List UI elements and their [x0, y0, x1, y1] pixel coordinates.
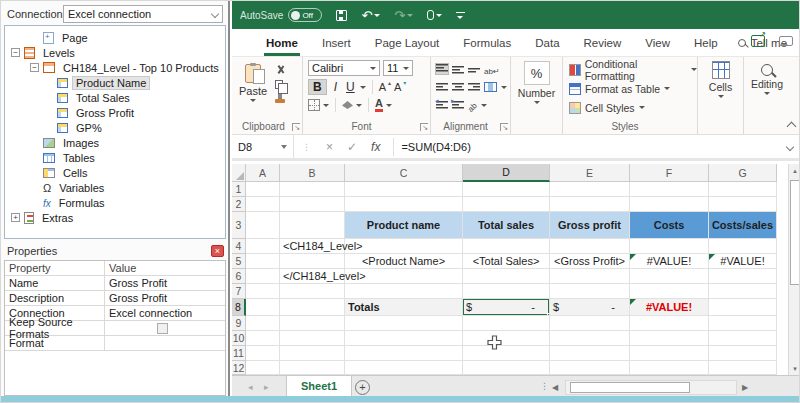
underline-button[interactable]: U	[344, 80, 357, 94]
grid-cell-A11[interactable]	[246, 346, 280, 361]
scroll-right-icon[interactable]: ▶	[742, 383, 748, 392]
conditional-formatting-button[interactable]: Conditional Formatting	[569, 60, 697, 79]
grid-cell-B4[interactable]: <CH184_Level>	[280, 239, 345, 254]
property-row-format[interactable]: Format	[5, 336, 225, 351]
grid-cell-D2[interactable]	[463, 197, 550, 212]
grid-cell-E2[interactable]	[550, 197, 630, 212]
row-header-5[interactable]: 5	[232, 254, 246, 269]
grid-cell-C9[interactable]	[345, 316, 463, 331]
grid-cell-B6[interactable]: </CH184_Level>	[280, 269, 345, 284]
grid-cell-G8[interactable]	[709, 299, 777, 316]
grid-cell-D4[interactable]	[463, 239, 550, 254]
row-header-4[interactable]: 4	[232, 239, 246, 254]
close-icon[interactable]: ×	[211, 245, 224, 257]
grid-cell-G7[interactable]	[709, 284, 777, 299]
grid-cell-F5[interactable]: #VALUE!	[630, 254, 709, 269]
grid-cell-G12[interactable]	[709, 361, 777, 375]
grid-cell-B3[interactable]	[280, 212, 345, 239]
grid-cell-D8[interactable]: $-	[463, 299, 550, 316]
decrease-indent-icon[interactable]	[436, 100, 448, 110]
wrap-text-icon[interactable]	[484, 60, 500, 78]
grid-cell-G5[interactable]: #VALUE!	[709, 254, 777, 269]
column-header-E[interactable]: E	[550, 164, 630, 182]
tree-item-ch184-level[interactable]: −CH184_Level - Top 10 Products	[5, 60, 225, 75]
grid-cell-D11[interactable]	[463, 346, 550, 361]
grid-cell-B12[interactable]	[280, 361, 345, 375]
column-header-F[interactable]: F	[630, 164, 709, 182]
tab-view[interactable]: View	[633, 29, 682, 56]
font-color-icon[interactable]: A	[375, 98, 383, 112]
align-right-icon[interactable]	[468, 82, 480, 92]
chevron-down-icon[interactable]	[360, 86, 366, 89]
tree-item-images[interactable]: Images	[5, 135, 225, 150]
middle-align-icon[interactable]	[452, 64, 464, 74]
select-all-corner[interactable]	[232, 164, 246, 182]
align-left-icon[interactable]	[436, 82, 448, 92]
grid-cell-E5[interactable]: <Gross Profit>	[550, 254, 630, 269]
grid-cell-E9[interactable]	[550, 316, 630, 331]
tab-page-layout[interactable]: Page Layout	[363, 29, 452, 56]
column-header-B[interactable]: B	[280, 164, 345, 182]
number-group-button[interactable]: % Number	[511, 57, 563, 134]
row-header-7[interactable]: 7	[232, 284, 246, 299]
top-align-icon[interactable]	[436, 64, 448, 74]
grid-cell-F11[interactable]	[630, 346, 709, 361]
scroll-left-icon[interactable]: ◀	[552, 383, 558, 392]
undo-button[interactable]: ↶	[361, 9, 380, 22]
row-header-3[interactable]: 3	[232, 212, 246, 239]
scroll-up-icon[interactable]: ▴	[789, 164, 800, 177]
increase-indent-icon[interactable]	[452, 100, 464, 110]
grid-cell-D9[interactable]	[463, 316, 550, 331]
bold-button[interactable]: B	[308, 79, 327, 95]
grid-cell-E4[interactable]	[550, 239, 630, 254]
grid-cell-A2[interactable]	[246, 197, 280, 212]
grid-cell-E8[interactable]: $-	[550, 299, 630, 316]
chevron-down-icon[interactable]	[323, 104, 329, 107]
grid-cell-D7[interactable]	[463, 284, 550, 299]
column-header-D[interactable]: D	[463, 164, 550, 182]
grid-cell-A9[interactable]	[246, 316, 280, 331]
horizontal-scroll-thumb[interactable]	[570, 382, 690, 393]
chevron-down-icon[interactable]	[481, 104, 487, 107]
grid-cell-C7[interactable]	[345, 284, 463, 299]
grid-cell-E10[interactable]	[550, 331, 630, 346]
grid-cell-E12[interactable]	[550, 361, 630, 375]
tab-review[interactable]: Review	[572, 29, 634, 56]
grid-cell-F10[interactable]	[630, 331, 709, 346]
insert-function-icon[interactable]: fx	[371, 140, 380, 154]
sheet-tab-sheet1[interactable]: Sheet1	[286, 376, 352, 398]
orientation-icon[interactable]	[468, 96, 477, 114]
chevron-down-icon[interactable]	[501, 86, 507, 89]
save-button[interactable]	[336, 10, 347, 21]
row-header-9[interactable]: 9	[232, 316, 246, 331]
clipboard-dialog-launcher[interactable]: ↘	[292, 123, 300, 131]
name-box[interactable]: D8	[232, 135, 294, 158]
tab-formulas[interactable]: Formulas	[451, 29, 523, 56]
grid-cell-E3[interactable]: Gross profit	[550, 212, 630, 239]
grid-cell-C10[interactable]	[345, 331, 463, 346]
property-row-name[interactable]: Name Gross Profit	[5, 276, 225, 291]
grid-cell-A3[interactable]	[246, 212, 280, 239]
connection-dropdown[interactable]: Excel connection	[63, 5, 223, 23]
tree-item-levels[interactable]: −Levels	[5, 45, 225, 60]
grid-cell-B9[interactable]	[280, 316, 345, 331]
tab-insert[interactable]: Insert	[310, 29, 363, 56]
grid-cell-B8[interactable]	[280, 299, 345, 316]
expand-formula-bar-icon[interactable]	[786, 142, 794, 150]
copy-icon[interactable]	[275, 80, 283, 89]
tree-item-extras[interactable]: +Extras	[5, 210, 225, 225]
comments-icon[interactable]	[779, 36, 793, 46]
grid-cell-C1[interactable]	[345, 182, 463, 197]
grid-cell-A7[interactable]	[246, 284, 280, 299]
grid-cell-F7[interactable]	[630, 284, 709, 299]
grid-cell-B7[interactable]	[280, 284, 345, 299]
grid-cell-F3[interactable]: Costs	[630, 212, 709, 239]
row-header-8[interactable]: 8	[232, 299, 246, 316]
format-painter-icon[interactable]	[275, 99, 285, 103]
align-center-icon[interactable]	[452, 82, 464, 92]
grid-cell-E7[interactable]	[550, 284, 630, 299]
grid-cell-D3[interactable]: Total sales	[463, 212, 550, 239]
grid-cell-F12[interactable]	[630, 361, 709, 375]
grid-cell-F4[interactable]	[630, 239, 709, 254]
grid-cell-F6[interactable]	[630, 269, 709, 284]
